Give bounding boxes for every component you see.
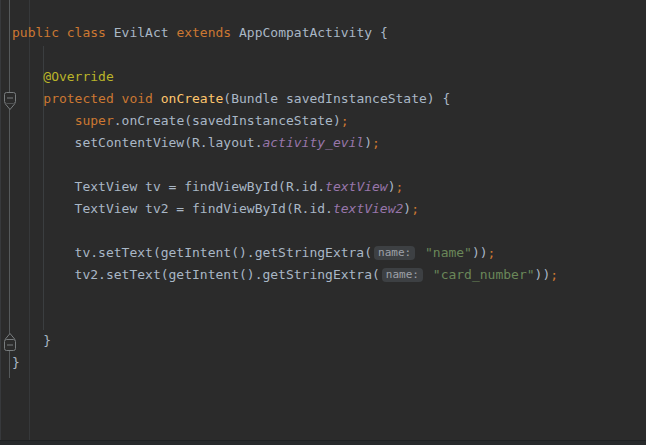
code-token — [153, 91, 161, 106]
code-line[interactable]: setContentView(R.layout.activity_evil); — [0, 132, 646, 154]
code-line[interactable]: super.onCreate(savedInstanceState); — [0, 110, 646, 132]
parameter-name-hint-inlay[interactable]: name: — [382, 268, 423, 282]
code-line[interactable] — [0, 286, 646, 308]
code-token: )) — [535, 267, 551, 282]
parameter-name-hint-inlay[interactable]: name: — [374, 246, 415, 260]
code-line[interactable] — [0, 44, 646, 66]
code-line[interactable] — [0, 0, 646, 22]
code-line[interactable]: public class EvilAct extends AppCompatAc… — [0, 22, 646, 44]
code-token: EvilAct — [106, 25, 176, 40]
code-line[interactable]: TextView tv2 = findViewById(R.id.textVie… — [0, 198, 646, 220]
code-token: AppCompatActivity { — [231, 25, 388, 40]
code-lines[interactable]: public class EvilAct extends AppCompatAc… — [0, 0, 646, 374]
code-line[interactable]: tv2.setText(getIntent().getStringExtra(n… — [0, 264, 646, 286]
code-token: ) — [388, 179, 396, 194]
code-token: "card_number" — [433, 267, 535, 282]
code-token: } — [12, 355, 20, 370]
code-token — [425, 267, 433, 282]
code-token: TextView tv = findViewById(R.id. — [12, 179, 325, 194]
code-token: tv2.setText(getIntent().getStringExtra( — [12, 267, 380, 282]
code-line[interactable]: TextView tv = findViewById(R.id.textView… — [0, 176, 646, 198]
code-token — [59, 25, 67, 40]
code-token: textView — [325, 179, 388, 194]
code-token: ; — [488, 245, 496, 260]
code-token — [417, 245, 425, 260]
code-line[interactable]: } — [0, 352, 646, 374]
code-token: ) — [403, 201, 411, 216]
code-token: public — [12, 25, 59, 40]
code-token: "name" — [425, 245, 472, 260]
code-token: } — [12, 333, 51, 348]
code-token — [114, 91, 122, 106]
code-token — [12, 91, 43, 106]
editor-bottom-strip — [0, 441, 646, 445]
code-token: )) — [472, 245, 488, 260]
code-token: extends — [176, 25, 231, 40]
code-token: ; — [341, 113, 349, 128]
code-token: ; — [550, 267, 558, 282]
code-line[interactable] — [0, 308, 646, 330]
code-token: setContentView(R.layout. — [12, 135, 262, 150]
code-token — [12, 113, 75, 128]
code-token: ; — [372, 135, 380, 150]
code-token: (Bundle savedInstanceState) { — [223, 91, 450, 106]
code-token: onCreate — [161, 91, 224, 106]
code-token: tv.setText(getIntent().getStringExtra( — [12, 245, 372, 260]
code-token — [12, 69, 43, 84]
code-line[interactable]: tv.setText(getIntent().getStringExtra(na… — [0, 242, 646, 264]
code-line[interactable]: protected void onCreate(Bundle savedInst… — [0, 88, 646, 110]
code-line[interactable]: @Override — [0, 66, 646, 88]
code-token: ; — [411, 201, 419, 216]
code-editor: public class EvilAct extends AppCompatAc… — [0, 0, 646, 445]
code-token: void — [122, 91, 153, 106]
code-token: activity_evil — [262, 135, 364, 150]
code-token: TextView tv2 = findViewById(R.id. — [12, 201, 333, 216]
code-token: .onCreate(savedInstanceState) — [114, 113, 341, 128]
code-line[interactable]: } — [0, 330, 646, 352]
code-token: ) — [364, 135, 372, 150]
code-token: @Override — [43, 69, 113, 84]
code-token: protected — [43, 91, 113, 106]
code-line[interactable] — [0, 220, 646, 242]
code-token: super — [75, 113, 114, 128]
code-token: ; — [396, 179, 404, 194]
code-line[interactable] — [0, 154, 646, 176]
code-token: class — [67, 25, 106, 40]
code-token: textView2 — [333, 201, 403, 216]
